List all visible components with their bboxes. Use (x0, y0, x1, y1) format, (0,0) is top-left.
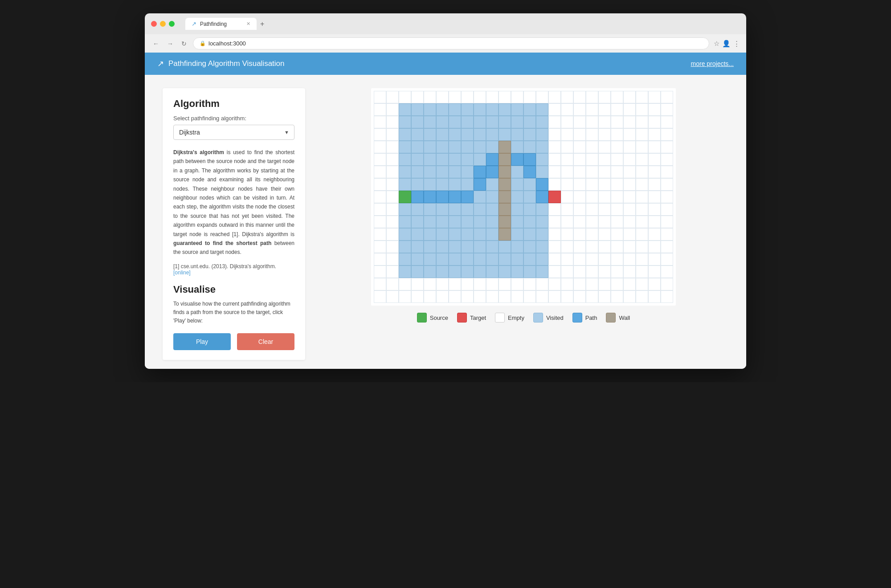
table-row[interactable] (511, 253, 523, 265)
table-row[interactable] (623, 191, 636, 203)
table-row[interactable] (573, 166, 586, 178)
table-row[interactable] (598, 178, 611, 191)
table-row[interactable] (436, 103, 449, 116)
table-row[interactable] (598, 241, 611, 253)
table-row[interactable] (611, 216, 623, 228)
table-row[interactable] (374, 178, 386, 191)
clear-button[interactable]: Clear (237, 333, 294, 350)
table-row[interactable] (561, 153, 573, 166)
table-row[interactable] (636, 103, 648, 116)
pathfinding-grid[interactable] (374, 91, 673, 303)
table-row[interactable] (436, 253, 449, 265)
table-row[interactable] (461, 141, 474, 153)
table-row[interactable] (573, 153, 586, 166)
table-row[interactable] (511, 103, 523, 116)
new-tab-button[interactable]: + (257, 18, 268, 30)
table-row[interactable] (536, 203, 548, 216)
table-row[interactable] (486, 265, 499, 278)
table-row[interactable] (399, 253, 411, 265)
table-row[interactable] (661, 241, 673, 253)
table-row[interactable] (561, 290, 573, 303)
table-row[interactable] (611, 253, 623, 265)
table-row[interactable] (648, 153, 661, 166)
table-row[interactable] (499, 153, 511, 166)
table-row[interactable] (374, 128, 386, 141)
table-row[interactable] (424, 153, 436, 166)
table-row[interactable] (586, 166, 598, 178)
table-row[interactable] (586, 253, 598, 265)
table-row[interactable] (636, 290, 648, 303)
table-row[interactable] (548, 241, 561, 253)
table-row[interactable] (449, 241, 461, 253)
table-row[interactable] (374, 103, 386, 116)
table-row[interactable] (411, 116, 424, 128)
table-row[interactable] (374, 228, 386, 241)
table-row[interactable] (573, 116, 586, 128)
table-row[interactable] (486, 228, 499, 241)
table-row[interactable] (648, 216, 661, 228)
table-row[interactable] (486, 216, 499, 228)
table-row[interactable] (436, 203, 449, 216)
table-row[interactable] (436, 191, 449, 203)
table-row[interactable] (661, 116, 673, 128)
table-row[interactable] (523, 178, 536, 191)
table-row[interactable] (474, 178, 486, 191)
table-row[interactable] (536, 290, 548, 303)
table-row[interactable] (648, 166, 661, 178)
table-row[interactable] (511, 166, 523, 178)
table-row[interactable] (561, 241, 573, 253)
table-row[interactable] (586, 153, 598, 166)
table-row[interactable] (499, 166, 511, 178)
table-row[interactable] (511, 116, 523, 128)
table-row[interactable] (661, 166, 673, 178)
table-row[interactable] (436, 265, 449, 278)
table-row[interactable] (611, 265, 623, 278)
table-row[interactable] (511, 203, 523, 216)
play-button[interactable]: Play (173, 333, 231, 350)
table-row[interactable] (523, 216, 536, 228)
table-row[interactable] (573, 278, 586, 290)
table-row[interactable] (399, 278, 411, 290)
table-row[interactable] (374, 153, 386, 166)
table-row[interactable] (386, 116, 399, 128)
active-tab[interactable]: ↗ Pathfinding ✕ (185, 18, 257, 30)
table-row[interactable] (511, 228, 523, 241)
table-row[interactable] (436, 91, 449, 103)
maximize-button[interactable] (169, 21, 175, 27)
table-row[interactable] (648, 203, 661, 216)
table-row[interactable] (536, 278, 548, 290)
table-row[interactable] (661, 141, 673, 153)
table-row[interactable] (523, 203, 536, 216)
table-row[interactable] (499, 191, 511, 203)
table-row[interactable] (623, 116, 636, 128)
table-row[interactable] (598, 116, 611, 128)
table-row[interactable] (598, 228, 611, 241)
table-row[interactable] (548, 178, 561, 191)
table-row[interactable] (461, 153, 474, 166)
back-button[interactable]: ← (151, 39, 161, 48)
table-row[interactable] (411, 290, 424, 303)
table-row[interactable] (486, 116, 499, 128)
table-row[interactable] (523, 128, 536, 141)
table-row[interactable] (561, 216, 573, 228)
table-row[interactable] (411, 241, 424, 253)
table-row[interactable] (399, 216, 411, 228)
table-row[interactable] (561, 203, 573, 216)
table-row[interactable] (598, 278, 611, 290)
table-row[interactable] (623, 290, 636, 303)
table-row[interactable] (586, 91, 598, 103)
table-row[interactable] (611, 241, 623, 253)
table-row[interactable] (561, 141, 573, 153)
table-row[interactable] (386, 290, 399, 303)
table-row[interactable] (474, 265, 486, 278)
table-row[interactable] (523, 103, 536, 116)
table-row[interactable] (536, 166, 548, 178)
table-row[interactable] (586, 141, 598, 153)
table-row[interactable] (449, 116, 461, 128)
table-row[interactable] (648, 128, 661, 141)
table-row[interactable] (424, 91, 436, 103)
table-row[interactable] (661, 178, 673, 191)
table-row[interactable] (523, 166, 536, 178)
table-row[interactable] (598, 166, 611, 178)
table-row[interactable] (424, 103, 436, 116)
